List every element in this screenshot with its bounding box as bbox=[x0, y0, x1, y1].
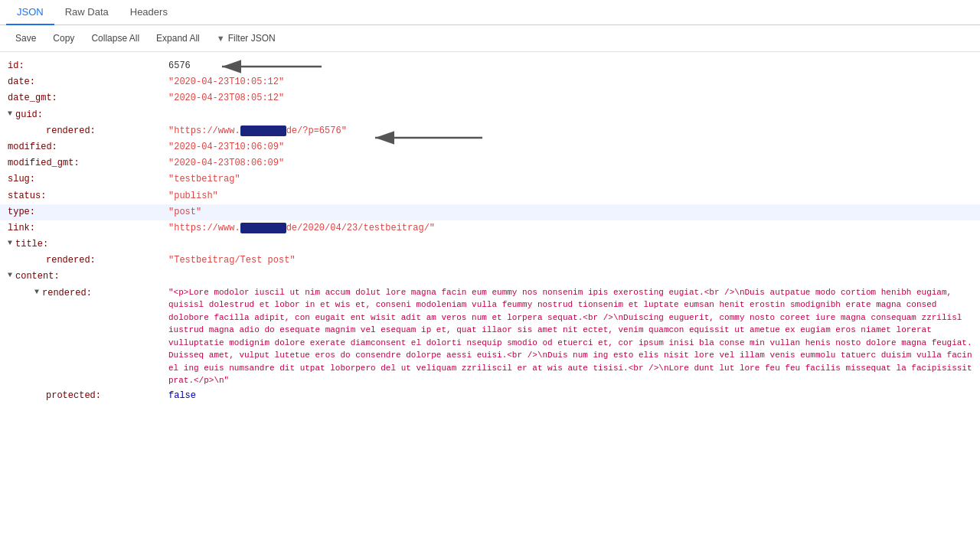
key-content-rendered-label: rendered: bbox=[42, 286, 92, 301]
val-rendered-suffix: de/?p=6576" bbox=[286, 126, 347, 136]
val-link-prefix: "https://www. bbox=[168, 223, 240, 233]
tab-raw-data[interactable]: Raw Data bbox=[54, 0, 119, 25]
json-row-rendered: rendered: "https://www. de/?p=6576" bbox=[0, 123, 980, 139]
val-modified-gmt: "2020-04-23T08:06:09" bbox=[168, 156, 980, 171]
content-rendered-toggle[interactable]: ▼ bbox=[34, 286, 39, 298]
val-modified: "2020-04-23T10:06:09" bbox=[168, 140, 980, 155]
key-id: id: bbox=[0, 59, 168, 73]
key-title-label: title: bbox=[15, 237, 48, 252]
json-row-slug: slug: "testbeitrag" bbox=[0, 171, 980, 187]
key-date-gmt-label: date_gmt: bbox=[8, 91, 57, 106]
key-slug-label: slug: bbox=[8, 172, 35, 187]
json-row-content: ▼ content: bbox=[0, 269, 980, 285]
val-date: "2020-04-23T10:05:12" bbox=[168, 75, 980, 90]
key-date-gmt: date_gmt: bbox=[0, 91, 168, 106]
key-modified-label: modified: bbox=[8, 140, 57, 155]
key-guid-label: guid: bbox=[15, 108, 43, 122]
key-link-label: link: bbox=[8, 221, 35, 236]
json-row-title: ▼ title: bbox=[0, 236, 980, 253]
save-button[interactable]: Save bbox=[8, 30, 44, 47]
filter-json-button[interactable]: ▼ Filter JSON bbox=[209, 30, 283, 47]
key-content-rendered: ▼ rendered: bbox=[0, 286, 168, 301]
val-date-gmt: "2020-04-23T08:05:12" bbox=[168, 91, 980, 106]
json-row-guid: ▼ guid: bbox=[0, 107, 980, 123]
key-content: ▼ content: bbox=[0, 269, 168, 284]
val-type: "post" bbox=[168, 205, 980, 220]
json-row-id: id: 6576 bbox=[0, 58, 980, 74]
copy-button[interactable]: Copy bbox=[45, 30, 82, 47]
val-title-rendered: "Testbeitrag/Test post" bbox=[168, 253, 980, 268]
tab-bar: JSON Raw Data Headers bbox=[0, 0, 980, 25]
key-type-label: type: bbox=[8, 205, 35, 220]
guid-toggle[interactable]: ▼ bbox=[8, 108, 12, 120]
json-row-status: status: "publish" bbox=[0, 188, 980, 204]
key-title: ▼ title: bbox=[0, 237, 168, 252]
key-title-rendered: rendered: bbox=[0, 253, 168, 268]
tab-headers[interactable]: Headers bbox=[119, 0, 178, 25]
key-protected-label: protected: bbox=[23, 389, 101, 403]
json-viewer: id: 6576 date: "2020-04-23T10:05:12" dat… bbox=[0, 52, 980, 538]
key-content-label: content: bbox=[15, 269, 60, 284]
key-id-label: id: bbox=[8, 59, 24, 73]
key-date: date: bbox=[0, 75, 168, 90]
key-rendered-label: rendered: bbox=[23, 124, 96, 139]
val-link: "https://www. de/2020/04/23/testbeitrag/… bbox=[168, 221, 980, 236]
filter-icon: ▼ bbox=[217, 34, 225, 43]
val-id: 6576 bbox=[168, 59, 980, 73]
rendered-redacted-block bbox=[240, 126, 286, 136]
val-content-rendered: "<p>Lore modolor iuscil ut nim accum dol… bbox=[168, 286, 980, 387]
val-protected: false bbox=[168, 389, 980, 403]
key-title-rendered-label: rendered: bbox=[23, 253, 96, 268]
json-row-modified-gmt: modified_gmt: "2020-04-23T08:06:09" bbox=[0, 155, 980, 171]
json-row-protected: protected: false bbox=[0, 388, 980, 404]
key-date-label: date: bbox=[8, 75, 35, 90]
expand-all-button[interactable]: Expand All bbox=[149, 30, 207, 47]
filter-label: Filter JSON bbox=[228, 33, 276, 44]
json-row-content-rendered: ▼ rendered: "<p>Lore modolor iuscil ut n… bbox=[0, 285, 980, 388]
key-link: link: bbox=[0, 221, 168, 236]
key-guid: ▼ guid: bbox=[0, 108, 168, 122]
key-status-label: status: bbox=[8, 189, 46, 204]
json-row-date: date: "2020-04-23T10:05:12" bbox=[0, 74, 980, 90]
json-row-type: type: "post" bbox=[0, 204, 980, 220]
key-status: status: bbox=[0, 189, 168, 204]
key-rendered: rendered: bbox=[0, 124, 168, 139]
content-toggle[interactable]: ▼ bbox=[8, 269, 12, 282]
json-row-title-rendered: rendered: "Testbeitrag/Test post" bbox=[0, 253, 980, 269]
toolbar: Save Copy Collapse All Expand All ▼ Filt… bbox=[0, 25, 980, 52]
title-toggle[interactable]: ▼ bbox=[8, 237, 12, 249]
key-modified: modified: bbox=[0, 140, 168, 155]
key-type: type: bbox=[0, 205, 168, 220]
tab-json[interactable]: JSON bbox=[6, 0, 54, 25]
val-link-suffix: de/2020/04/23/testbeitrag/" bbox=[286, 223, 435, 233]
collapse-all-button[interactable]: Collapse All bbox=[83, 30, 147, 47]
val-status: "publish" bbox=[168, 189, 980, 204]
val-rendered-prefix: "https://www. bbox=[168, 126, 240, 136]
val-slug: "testbeitrag" bbox=[168, 172, 980, 187]
json-row-date-gmt: date_gmt: "2020-04-23T08:05:12" bbox=[0, 90, 980, 106]
key-protected: protected: bbox=[0, 389, 168, 403]
val-rendered: "https://www. de/?p=6576" bbox=[168, 124, 980, 139]
key-modified-gmt: modified_gmt: bbox=[0, 156, 168, 171]
json-row-link: link: "https://www. de/2020/04/23/testbe… bbox=[0, 220, 980, 236]
json-row-modified: modified: "2020-04-23T10:06:09" bbox=[0, 139, 980, 155]
json-content-area[interactable]: id: 6576 date: "2020-04-23T10:05:12" dat… bbox=[0, 52, 980, 538]
key-modified-gmt-label: modified_gmt: bbox=[8, 156, 80, 171]
link-redacted-block bbox=[240, 223, 286, 233]
key-slug: slug: bbox=[0, 172, 168, 187]
